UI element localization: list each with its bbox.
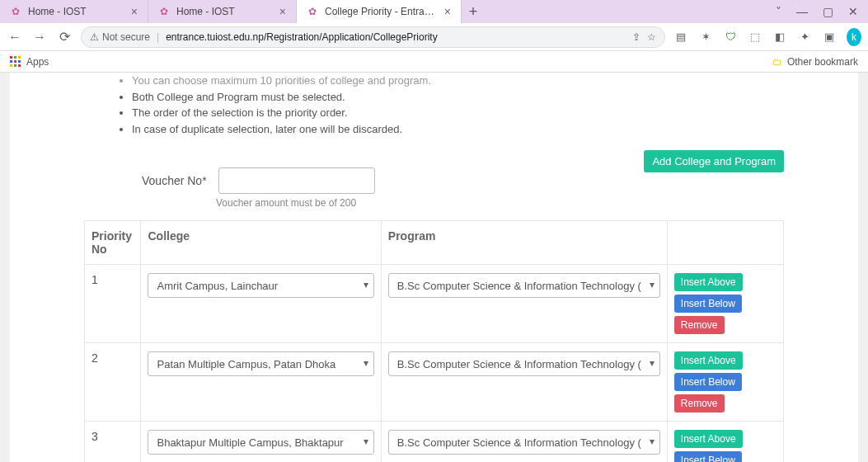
browser-tab-active[interactable]: ✿ College Priority - Entrance Regis ×	[297, 0, 462, 23]
forward-button[interactable]: →	[31, 30, 48, 45]
cube-icon[interactable]: ⬚	[748, 31, 762, 43]
address-bar[interactable]: ⚠ Not secure | entrance.tuiost.edu.np/Re…	[81, 26, 665, 48]
insert-below-button[interactable]: Insert Below	[674, 295, 742, 313]
instructions-block: You can choose maximum 10 priorities of …	[10, 73, 858, 145]
instruction-item: Both College and Program must be selecte…	[132, 89, 784, 106]
voucher-hint: Voucher amount must be of 200	[10, 197, 858, 209]
priority-cell: 3	[85, 422, 141, 463]
actions-cell: Insert AboveInsert BelowRemove	[667, 265, 783, 343]
remove-button[interactable]: Remove	[674, 394, 725, 412]
table-row: 2Patan Multiple Campus, Patan DhokaB.Sc …	[85, 343, 784, 422]
other-bookmarks[interactable]: 🗀 Other bookmark	[772, 56, 858, 68]
window-controls: ˅ — ▢ ✕	[766, 0, 868, 23]
close-icon[interactable]: ×	[279, 5, 286, 18]
url-text: entrance.tuiost.edu.np/Registration/Appl…	[166, 31, 626, 43]
apps-label: Apps	[26, 56, 49, 68]
shield-icon[interactable]: 🛡	[723, 31, 738, 43]
college-select[interactable]: Amrit Campus, Lainchaur	[148, 273, 373, 298]
gear-icon: ✿	[307, 6, 318, 17]
program-select[interactable]: B.Sc Computer Science & Information Tech…	[388, 351, 660, 376]
college-select[interactable]: Bhaktapur Multiple Campus, Bhaktapur	[148, 430, 373, 455]
insert-above-button[interactable]: Insert Above	[674, 273, 743, 291]
college-cell: Bhaktapur Multiple Campus, Bhaktapur	[141, 422, 381, 463]
caret-down-icon[interactable]: ˅	[776, 5, 781, 18]
extension-icon[interactable]: ▤	[673, 31, 688, 43]
voucher-input[interactable]	[218, 167, 375, 194]
insert-above-button[interactable]: Insert Above	[674, 430, 743, 448]
col-priority-no: Priority No	[85, 221, 141, 265]
security-label: Not secure	[102, 31, 150, 43]
tabs-icon[interactable]: ▣	[822, 31, 837, 43]
browser-tab[interactable]: ✿ Home - IOST ×	[0, 0, 148, 23]
priority-table: Priority No College Program 1Amrit Campu…	[84, 220, 784, 462]
apps-icon	[10, 56, 21, 68]
remove-button[interactable]: Remove	[674, 316, 725, 334]
navbar-right-icons: ▤ ✶ 🛡 ⬚ ◧ ✦ ▣ k	[673, 28, 861, 46]
extension-icon[interactable]: ◧	[772, 31, 787, 43]
actions-cell: Insert AboveInsert BelowRemove	[667, 422, 783, 463]
other-bookmarks-label: Other bookmark	[787, 56, 858, 68]
security-indicator: ⚠ Not secure	[90, 31, 150, 43]
college-cell: Amrit Campus, Lainchaur	[141, 265, 381, 343]
close-window-icon[interactable]: ✕	[848, 5, 858, 18]
new-tab-button[interactable]: +	[462, 0, 485, 23]
apps-shortcut[interactable]: Apps	[10, 56, 49, 68]
col-program: Program	[381, 221, 667, 265]
share-icon[interactable]: ⇪	[632, 31, 640, 43]
gear-icon: ✿	[10, 6, 21, 17]
profile-avatar[interactable]: k	[847, 28, 861, 46]
tab-title: Home - IOST	[28, 6, 124, 17]
actions-cell: Insert AboveInsert BelowRemove	[667, 343, 783, 422]
program-cell: B.Sc Computer Science & Information Tech…	[381, 343, 667, 422]
insert-below-button[interactable]: Insert Below	[674, 373, 742, 391]
priority-cell: 1	[85, 265, 141, 343]
program-select[interactable]: B.Sc Computer Science & Information Tech…	[388, 273, 660, 298]
college-cell: Patan Multiple Campus, Patan Dhoka	[141, 343, 381, 422]
extension-icon[interactable]: ✶	[698, 31, 713, 43]
voucher-label: Voucher No*	[142, 174, 207, 187]
folder-icon: 🗀	[772, 56, 782, 68]
table-row: 3Bhaktapur Multiple Campus, BhaktapurB.S…	[85, 422, 784, 463]
table-row: 1Amrit Campus, LainchaurB.Sc Computer Sc…	[85, 265, 784, 343]
close-icon[interactable]: ×	[131, 5, 138, 18]
close-icon[interactable]: ×	[444, 5, 451, 18]
warning-icon: ⚠	[90, 31, 99, 43]
puzzle-icon[interactable]: ✦	[797, 31, 812, 43]
college-select[interactable]: Patan Multiple Campus, Patan Dhoka	[148, 351, 373, 376]
insert-above-button[interactable]: Insert Above	[674, 351, 743, 370]
col-actions	[667, 221, 783, 265]
back-button[interactable]: ←	[7, 30, 23, 45]
priority-cell: 2	[85, 343, 141, 422]
browser-tab[interactable]: ✿ Home - IOST ×	[148, 0, 297, 23]
instruction-item: The order of the selection is the priori…	[132, 105, 784, 121]
instruction-item: You can choose maximum 10 priorities of …	[132, 73, 784, 89]
program-select[interactable]: B.Sc Computer Science & Information Tech…	[388, 430, 660, 455]
browser-navbar: ← → ⟳ ⚠ Not secure | entrance.tuiost.edu…	[0, 23, 868, 51]
reload-button[interactable]: ⟳	[56, 29, 73, 45]
minimize-icon[interactable]: —	[796, 5, 808, 18]
program-cell: B.Sc Computer Science & Information Tech…	[381, 265, 667, 343]
tab-title: College Priority - Entrance Regis	[325, 6, 438, 17]
star-icon[interactable]: ☆	[647, 31, 656, 43]
add-college-program-button[interactable]: Add College and Program	[644, 150, 784, 172]
instruction-item: In case of duplicate selection, later on…	[132, 121, 784, 138]
gear-icon: ✿	[158, 6, 170, 17]
page-content: You can choose maximum 10 priorities of …	[10, 73, 858, 462]
maximize-icon[interactable]: ▢	[823, 5, 833, 18]
bookmarks-bar: Apps 🗀 Other bookmark	[0, 51, 868, 73]
col-college: College	[141, 221, 381, 265]
browser-titlebar: ✿ Home - IOST × ✿ Home - IOST × ✿ Colleg…	[0, 0, 868, 23]
tab-title: Home - IOST	[176, 6, 273, 17]
program-cell: B.Sc Computer Science & Information Tech…	[381, 422, 667, 463]
insert-below-button[interactable]: Insert Below	[674, 451, 742, 462]
